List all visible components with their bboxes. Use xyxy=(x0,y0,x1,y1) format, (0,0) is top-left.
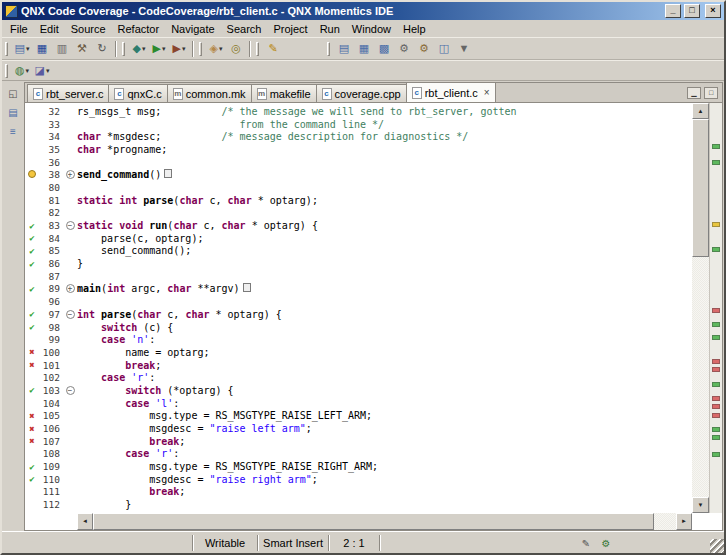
restore-views-icon[interactable]: ◱ xyxy=(4,85,22,101)
menu-run[interactable]: Run xyxy=(314,22,346,36)
qnx-target-button[interactable]: ◈▾ xyxy=(206,39,226,59)
fold-minus-icon[interactable]: − xyxy=(66,386,75,395)
maximize-editor-icon[interactable]: □ xyxy=(704,87,718,99)
horizontal-scrollbar-thumb[interactable] xyxy=(93,513,654,530)
scroll-down-icon[interactable]: ▼ xyxy=(692,497,709,513)
fold-minus-icon[interactable]: − xyxy=(66,221,75,230)
overview-mark[interactable] xyxy=(712,247,720,252)
edit-pencil-button[interactable]: ✎ xyxy=(263,39,283,59)
code-line[interactable]: 82 xyxy=(25,207,692,220)
overview-mark[interactable] xyxy=(712,382,720,387)
menu-project[interactable]: Project xyxy=(267,22,313,36)
scroll-up-icon[interactable]: ▲ xyxy=(692,103,709,119)
dropdown-arrow-icon[interactable]: ▾ xyxy=(162,45,166,53)
code-line[interactable]: 112 } xyxy=(25,498,692,511)
fold-plus-icon[interactable]: + xyxy=(66,284,75,293)
overview-mark[interactable] xyxy=(712,222,720,227)
collapsed-code-icon[interactable] xyxy=(164,169,172,178)
tab-common.mk[interactable]: mcommon.mk xyxy=(167,84,252,102)
code-line[interactable]: ✔97−int parse(char c, char * optarg) { xyxy=(25,308,692,321)
overview-mark[interactable] xyxy=(712,359,720,364)
profile-gear-button[interactable]: ⚙ xyxy=(414,39,434,59)
dropdown-arrow-icon[interactable]: ▾ xyxy=(182,45,186,53)
title-bar[interactable]: QNX Code Coverage - CodeCoverage/rbt_cli… xyxy=(2,2,724,20)
dropdown-arrow-icon[interactable]: ▾ xyxy=(26,45,30,53)
menu-refactor[interactable]: Refactor xyxy=(112,22,166,36)
code-editor[interactable]: 32rs_msgs_t msg; /* the message we will … xyxy=(25,103,692,513)
menu-navigate[interactable]: Navigate xyxy=(165,22,220,36)
code-line[interactable]: 38+send_command() xyxy=(25,168,692,181)
horizontal-scrollbar[interactable]: ◄ ► xyxy=(77,513,692,530)
code-line[interactable]: ✔83−static void run(char c, char * optar… xyxy=(25,219,692,232)
display-view-button[interactable]: ▦ xyxy=(354,39,374,59)
menu-help[interactable]: Help xyxy=(397,22,432,36)
toolbar-grip[interactable] xyxy=(5,42,8,56)
code-line[interactable]: ✖100 name = optarg; xyxy=(25,346,692,359)
coverage-session-button[interactable]: ◍▾ xyxy=(12,61,32,81)
refresh-button[interactable]: ↻ xyxy=(92,39,112,59)
print-button[interactable]: ▥ xyxy=(52,39,72,59)
code-line[interactable]: 104 case 'l': xyxy=(25,397,692,410)
outline-icon[interactable]: ≡ xyxy=(4,123,22,139)
tab-coverage.cpp[interactable]: ccoverage.cpp xyxy=(316,84,407,102)
fold-plus-icon[interactable]: + xyxy=(66,170,75,179)
insert-mode-icon[interactable]: ✎ xyxy=(578,536,594,550)
overview-mark[interactable] xyxy=(712,335,720,340)
dropdown-arrow-icon[interactable]: ▾ xyxy=(46,67,50,75)
overview-ruler[interactable] xyxy=(709,103,722,513)
code-line[interactable]: 32rs_msgs_t msg; /* the message we will … xyxy=(25,105,692,118)
code-line[interactable]: 102 case 'r': xyxy=(25,371,692,384)
overview-mark[interactable] xyxy=(712,308,720,313)
project-explorer-icon[interactable]: ▤ xyxy=(4,104,22,120)
table-view-button[interactable]: ◫ xyxy=(434,39,454,59)
code-line[interactable]: ✔110 msgdesc = "raise right arm"; xyxy=(25,473,692,486)
dropdown-arrow-icon[interactable]: ▾ xyxy=(142,45,146,53)
code-line[interactable]: ✔109 msg.type = RS_MSGTYPE_RAISE_RIGHT_A… xyxy=(25,460,692,473)
dropdown-arrow-icon[interactable]: ▾ xyxy=(219,45,223,53)
overview-mark[interactable] xyxy=(712,144,720,149)
new-wizard-button[interactable]: ▤▾ xyxy=(12,39,32,59)
overview-mark[interactable] xyxy=(712,367,720,372)
overview-mark[interactable] xyxy=(712,452,720,457)
gear-button[interactable]: ⚙ xyxy=(394,39,414,59)
open-console-button[interactable]: ▤ xyxy=(334,39,354,59)
code-line[interactable]: 81static int parse(char c, char * optarg… xyxy=(25,194,692,207)
code-line[interactable]: ✔98 switch (c) { xyxy=(25,321,692,334)
code-line[interactable]: ✖105 msg.type = RS_MSGTYPE_RAISE_LEFT_AR… xyxy=(25,410,692,423)
menu-file[interactable]: File xyxy=(4,22,34,36)
maximize-window-button[interactable]: □ xyxy=(684,4,700,18)
overview-mark[interactable] xyxy=(712,435,720,440)
coverage-import-button[interactable]: ◪▾ xyxy=(32,61,52,81)
code-line[interactable]: ✖107 break; xyxy=(25,435,692,448)
toolbar-grip[interactable] xyxy=(256,42,259,56)
external-tools-button[interactable]: ▶▾ xyxy=(169,39,189,59)
overview-mark[interactable] xyxy=(712,322,720,327)
overview-mark[interactable] xyxy=(712,404,720,409)
menu-window[interactable]: Window xyxy=(346,22,397,36)
tab-rbt_client.c[interactable]: crbt_client.c× xyxy=(406,82,496,102)
overview-mark[interactable] xyxy=(712,413,720,418)
code-line[interactable]: 111 break; xyxy=(25,486,692,499)
code-line[interactable]: 35char *progname; xyxy=(25,143,692,156)
close-tab-icon[interactable]: × xyxy=(484,87,490,98)
toolbar-grip[interactable] xyxy=(327,42,330,56)
code-line[interactable]: 33 from the command line */ xyxy=(25,118,692,131)
vertical-scrollbar[interactable]: ▲ ▼ xyxy=(692,103,709,513)
tab-rbt_server.c[interactable]: crbt_server.c xyxy=(27,84,109,102)
collapsed-code-icon[interactable] xyxy=(243,283,251,292)
minimize-window-button[interactable]: _ xyxy=(665,4,681,18)
code-line[interactable]: 99 case 'n': xyxy=(25,333,692,346)
code-line[interactable]: ✔85 send_command(); xyxy=(25,245,692,258)
debug-button[interactable]: ◆▾ xyxy=(129,39,149,59)
save-button[interactable]: ▦ xyxy=(32,39,52,59)
code-line[interactable]: ✔84 parse(c, optarg); xyxy=(25,232,692,245)
code-line[interactable]: 108 case 'r': xyxy=(25,448,692,461)
scroll-right-icon[interactable]: ► xyxy=(676,513,692,530)
resize-grip[interactable] xyxy=(710,539,724,553)
dropdown-arrow-icon[interactable]: ▾ xyxy=(26,67,30,75)
overview-mark[interactable] xyxy=(712,396,720,401)
filter-button[interactable]: ▼ xyxy=(454,39,474,59)
code-line[interactable]: 80 xyxy=(25,181,692,194)
menu-edit[interactable]: Edit xyxy=(34,22,65,36)
toolbar-grip[interactable] xyxy=(5,64,8,78)
